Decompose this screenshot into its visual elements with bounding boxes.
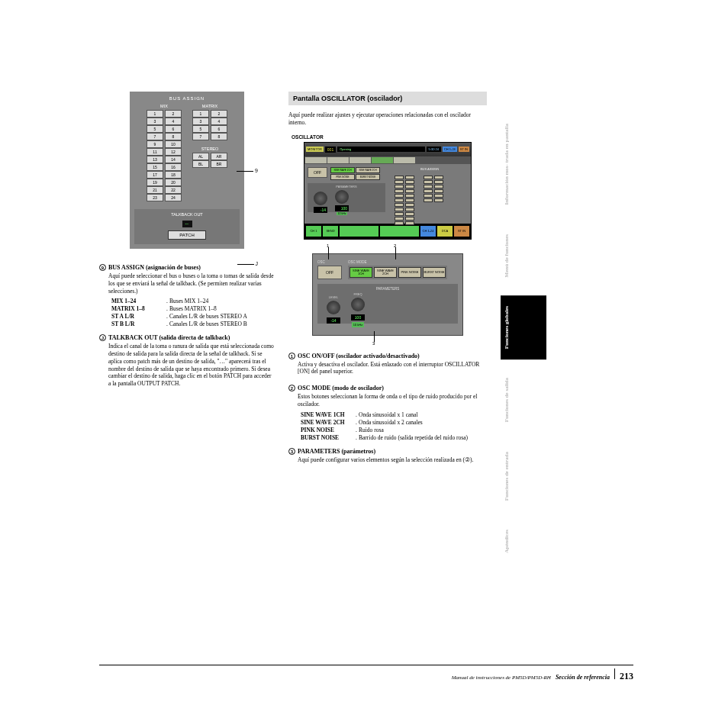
osc-off-btn-mini[interactable]: OFF [308,167,327,178]
bus-button[interactable]: AR [211,153,227,160]
bus-mini-btn[interactable] [395,212,404,216]
menu-btn-active[interactable] [372,157,393,163]
menu-btn[interactable] [305,157,327,163]
bus-mini-btn[interactable] [405,217,414,221]
bus-button[interactable]: 10 [165,140,182,148]
bus-button[interactable]: 6 [211,125,227,133]
bus-button[interactable]: 20 [165,179,182,186]
level-knob[interactable] [327,301,340,314]
menu-btn[interactable] [394,157,415,163]
bus-mini-btn[interactable] [395,180,404,184]
bus-mini-btn[interactable] [405,203,414,207]
level-knob-mini[interactable] [314,192,327,205]
bus-button[interactable]: 16 [165,163,182,171]
bus-mini-btn[interactable] [405,212,414,216]
bus-button[interactable]: 19 [147,179,163,186]
bus-mini-btn[interactable] [405,185,414,188]
bus-button[interactable]: 7 [192,133,209,140]
bus-button[interactable]: 21 [147,186,163,194]
bus-mini-btn[interactable] [405,194,414,198]
bus-button[interactable]: 11 [147,148,163,156]
bus-mini-btn[interactable] [395,189,404,193]
bus-mini-btn[interactable] [405,198,414,202]
sidebar-tab[interactable]: Funciones de salida [501,367,546,433]
bus-button[interactable]: 13 [147,156,163,163]
bus-mini-btn[interactable] [395,221,404,225]
bus-button[interactable]: 2 [211,110,227,118]
screen-tab[interactable]: DCA [437,226,453,237]
bus-button[interactable]: BL [192,160,209,168]
bus-button[interactable]: 7 [147,133,163,140]
bus-button[interactable]: 3 [192,118,209,125]
bus-mini-btn[interactable] [434,176,443,179]
bus-mini-btn[interactable] [405,221,414,225]
bus-button[interactable]: 23 [147,194,163,201]
hz-btn-mini[interactable]: 10 kHz [337,212,348,215]
screen-tab[interactable]: ST IN [454,226,469,237]
mode-button[interactable]: PINK NOISE [398,267,421,278]
bus-mini-btn[interactable] [405,208,414,211]
sidebar-tab[interactable]: Funciones de entrada [501,441,546,511]
bus-button[interactable]: 12 [165,148,182,156]
mode-button[interactable]: SINE WAVE 2CH [374,267,397,278]
bus-button[interactable]: 9 [147,140,163,148]
bus-button[interactable]: 5 [147,125,163,133]
freq-knob-mini[interactable] [335,190,349,204]
bus-mini-btn[interactable] [424,185,433,188]
bus-button[interactable]: 6 [165,125,182,133]
bus-mini-btn[interactable] [424,180,433,184]
mode-button-mini[interactable]: SINE WAVE 1CH [330,167,355,173]
bus-mini-btn[interactable] [405,180,414,184]
bus-button[interactable]: 15 [147,163,163,171]
bus-button[interactable]: 8 [165,133,182,140]
bus-mini-btn[interactable] [395,208,404,211]
screen-tab[interactable]: CH 1-24 [420,226,436,237]
bus-button[interactable]: 24 [165,194,182,201]
bus-button[interactable]: 1 [192,110,209,118]
bus-mini-btn[interactable] [424,189,433,193]
bus-mini-btn[interactable] [434,180,443,184]
bus-mini-btn[interactable] [434,189,443,193]
mode-button-mini[interactable]: BURST NOISE [356,174,380,180]
bus-button[interactable]: 3 [147,118,163,125]
bus-mini-btn[interactable] [434,185,443,188]
bus-button[interactable]: 22 [165,186,182,194]
mode-button-mini[interactable]: PINK NOISE [330,174,355,180]
menu-btn[interactable] [350,157,371,163]
screen-tab[interactable]: SEND [323,226,338,237]
bus-mini-btn[interactable] [395,217,404,221]
bus-button[interactable]: AL [192,153,209,160]
bus-mini-btn[interactable] [395,185,404,188]
bus-button[interactable]: 5 [192,125,209,133]
screen-tab[interactable] [380,226,419,237]
bus-button[interactable]: 4 [165,118,182,125]
bus-button[interactable]: BR [211,160,227,168]
bus-mini-btn[interactable] [395,176,404,179]
bus-mini-btn[interactable] [405,189,414,193]
screen-tab[interactable]: CH 1 [306,226,321,237]
mode-button[interactable]: BURST NOISE [423,267,446,278]
bus-button[interactable]: 1 [147,110,163,118]
screen-tab[interactable] [340,226,378,237]
bus-mini-btn[interactable] [424,194,433,198]
patch-button[interactable]: PATCH [168,230,205,240]
mode-button[interactable]: SINE WAVE 1CH [350,267,372,278]
sidebar-tab[interactable]: Funciones globales [501,295,546,359]
sidebar-tab[interactable]: Menú de funciones [501,224,546,288]
bus-button[interactable]: 17 [147,171,163,179]
bus-mini-btn[interactable] [405,176,414,179]
mode-button-mini[interactable]: SINE WAVE 2CH [356,167,380,173]
freq-knob[interactable] [351,298,365,311]
bus-mini-btn[interactable] [424,176,433,179]
bus-mini-btn[interactable] [395,198,404,202]
bus-button[interactable]: 2 [165,110,182,118]
menu-btn[interactable] [327,157,349,163]
bus-button[interactable]: 14 [165,156,182,163]
top-tab-stin[interactable]: ST IN [459,147,469,152]
bus-button[interactable]: 4 [211,118,227,125]
bus-mini-btn[interactable] [434,198,443,202]
sidebar-tab[interactable]: Información mos- trada en pantalla [501,113,546,216]
bus-button[interactable]: 8 [211,133,227,140]
monitor-tab[interactable]: MONITOR [306,147,324,152]
bus-mini-btn[interactable] [395,194,404,198]
